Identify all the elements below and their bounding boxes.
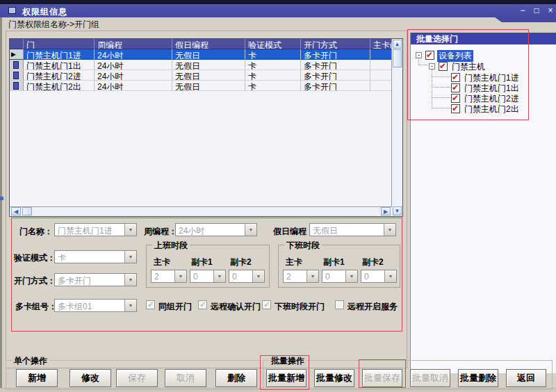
grid-header-holiday[interactable]: 假日编程 bbox=[172, 39, 245, 49]
modify-button[interactable]: 修改 bbox=[70, 369, 111, 387]
check-icon: ✔ bbox=[452, 72, 459, 82]
delete-button[interactable]: 删除 bbox=[215, 369, 257, 387]
remote-open-service-checkbox[interactable] bbox=[335, 300, 344, 309]
scroll-right-icon[interactable]: ▶ bbox=[381, 207, 391, 215]
off-period-open-checkbox[interactable]: ✓ bbox=[262, 300, 271, 309]
holiday-select[interactable]: 无假日 ▼ bbox=[309, 223, 396, 236]
batch-save-button[interactable]: 批量保存 bbox=[362, 369, 402, 387]
chevron-down-icon: ▼ bbox=[124, 274, 136, 286]
cell-maincard bbox=[370, 60, 392, 70]
vertical-scrollbar[interactable]: ▲ ▼ bbox=[391, 39, 402, 216]
grid-header-selector bbox=[10, 39, 24, 49]
table-row[interactable]: ▶ 门禁主机门1进 24小时 无假日 卡 多卡开门 bbox=[10, 49, 392, 60]
door-name-select[interactable]: 门禁主机门1进 ▼ bbox=[54, 223, 137, 236]
off-sub-card2-select[interactable]: 0 ▼ bbox=[361, 270, 397, 283]
sub-card2-label: 副卡2 bbox=[362, 256, 384, 268]
grid-header-maincard[interactable]: 主卡(上班 bbox=[370, 39, 392, 49]
off-period-group: 下班时段 主卡 副卡1 副卡2 2 ▼ 0 ▼ 0 ▼ bbox=[278, 245, 400, 288]
minimize-button[interactable]: − bbox=[517, 6, 528, 15]
multi-card-group-select[interactable]: 多卡组01 ▼ bbox=[54, 299, 137, 312]
batch-delete-button[interactable]: 批量删除 bbox=[458, 369, 498, 387]
maximize-button[interactable]: □ bbox=[531, 6, 542, 15]
tree-line bbox=[418, 58, 419, 65]
titlebar bbox=[0, 4, 556, 17]
row-selector bbox=[10, 60, 24, 70]
work-sub-card2-value: 0 bbox=[229, 270, 252, 282]
scroll-down-icon[interactable]: ▼ bbox=[393, 206, 402, 215]
week-label: 周编程： bbox=[144, 226, 177, 238]
grid-header-week[interactable]: 周编程 bbox=[95, 39, 172, 49]
tree-line bbox=[432, 108, 450, 108]
cell-door: 门禁主机门2进 bbox=[24, 70, 95, 81]
batch-modify-button[interactable]: 批量修改 bbox=[314, 369, 354, 387]
check-icon: ✔ bbox=[452, 83, 459, 92]
save-button[interactable]: 保存 bbox=[116, 369, 158, 387]
scroll-left-icon[interactable]: ◀ bbox=[11, 207, 21, 215]
table-row[interactable]: 门禁主机门1出 24小时 无假日 卡 多卡开门 bbox=[10, 60, 392, 70]
collapse-icon[interactable]: - bbox=[416, 52, 422, 58]
cell-door: 门禁主机门1出 bbox=[24, 60, 95, 70]
row-marker-icon bbox=[13, 72, 19, 79]
cancel-button[interactable]: 取消 bbox=[165, 369, 206, 387]
off-period-title: 下班时段 bbox=[284, 240, 322, 252]
tree-checkbox[interactable]: ✔ bbox=[451, 83, 460, 92]
tree-checkbox[interactable]: ✔ bbox=[451, 94, 460, 103]
week-select[interactable]: 24小时 ▼ bbox=[175, 223, 257, 236]
work-sub-card1-select[interactable]: 0 ▼ bbox=[190, 270, 226, 283]
close-button[interactable]: × bbox=[545, 6, 556, 15]
tree-checkbox[interactable]: ✔ bbox=[451, 104, 460, 113]
table-row[interactable]: 门禁主机门2进 24小时 无假日 卡 多卡开门 bbox=[10, 70, 392, 81]
batch-cancel-button[interactable]: 批量取消 bbox=[410, 369, 450, 387]
main-card-label: 主卡 bbox=[286, 256, 302, 268]
single-ops-title: 单个操作 bbox=[12, 355, 49, 367]
row-selector bbox=[10, 70, 24, 81]
grid-header-door[interactable]: 门 bbox=[24, 39, 95, 49]
cell-verify: 卡 bbox=[245, 49, 301, 60]
work-main-card-value: 2 bbox=[152, 270, 174, 282]
chevron-down-icon: ▼ bbox=[306, 270, 318, 282]
cell-holiday: 无假日 bbox=[172, 70, 245, 81]
holiday-value: 无假日 bbox=[310, 224, 384, 236]
remote-open-service-label: 远程开启服务 bbox=[348, 301, 398, 313]
batch-add-button[interactable]: 批量新增 bbox=[266, 369, 306, 387]
off-sub-card1-select[interactable]: 0 ▼ bbox=[322, 270, 358, 283]
add-button[interactable]: 新增 bbox=[16, 369, 58, 387]
tree-label-device-list[interactable]: 设备列表 bbox=[437, 50, 473, 62]
cell-holiday: 无假日 bbox=[172, 81, 245, 91]
breadcrumb: 门禁权限组名称->开门组 bbox=[8, 19, 99, 31]
collapse-icon[interactable]: - bbox=[429, 63, 435, 70]
tree-checkbox[interactable]: ✔ bbox=[439, 62, 448, 71]
chevron-down-icon: ▼ bbox=[124, 224, 136, 236]
cell-maincard bbox=[370, 49, 392, 60]
tree-label-door[interactable]: 门禁主机门2出 bbox=[463, 104, 521, 115]
tree-label-host[interactable]: 门禁主机 bbox=[450, 61, 486, 73]
horizontal-scrollbar[interactable]: ◀ ▶ bbox=[10, 206, 392, 216]
horizontal-scroll-thumb[interactable] bbox=[22, 207, 32, 215]
tree-line bbox=[432, 97, 450, 98]
same-group-open-checkbox[interactable]: ✓ bbox=[146, 300, 155, 309]
work-main-card-select[interactable]: 2 ▼ bbox=[151, 270, 187, 283]
scroll-up-icon[interactable]: ▲ bbox=[393, 40, 402, 49]
open-mode-label: 开门方式： bbox=[14, 275, 56, 287]
off-main-card-select[interactable]: 2 ▼ bbox=[283, 270, 319, 283]
check-icon: ✔ bbox=[452, 93, 459, 103]
return-button[interactable]: 返回 bbox=[506, 369, 546, 387]
door-grid: 门 周编程 假日编程 验证模式 开门方式 主卡(上班 ▶ 门禁主机门1进 24小… bbox=[9, 38, 403, 217]
door-name-value: 门禁主机门1进 bbox=[55, 224, 124, 236]
cell-maincard bbox=[370, 70, 392, 81]
vertical-scroll-thumb[interactable] bbox=[393, 49, 402, 67]
grid-header-open[interactable]: 开门方式 bbox=[301, 39, 370, 49]
open-mode-select[interactable]: 多卡开门 ▼ bbox=[54, 273, 137, 286]
remote-confirm-open-checkbox[interactable]: ✓ bbox=[198, 300, 207, 309]
chevron-down-icon: ▼ bbox=[384, 224, 395, 236]
table-row[interactable]: 门禁主机门2出 24小时 无假日 卡 多卡开门 bbox=[10, 81, 392, 91]
row-marker-icon bbox=[13, 61, 19, 69]
work-sub-card2-select[interactable]: 0 ▼ bbox=[229, 270, 265, 283]
chevron-down-icon: ▼ bbox=[384, 270, 396, 282]
grid-header-verify[interactable]: 验证模式 bbox=[245, 39, 301, 49]
cell-door: 门禁主机门1进 bbox=[24, 49, 95, 60]
verify-mode-select[interactable]: 卡 ▼ bbox=[54, 250, 137, 263]
tree-checkbox[interactable]: ✔ bbox=[425, 51, 434, 60]
check-icon: ✓ bbox=[147, 300, 154, 309]
tree-checkbox[interactable]: ✔ bbox=[451, 73, 460, 82]
